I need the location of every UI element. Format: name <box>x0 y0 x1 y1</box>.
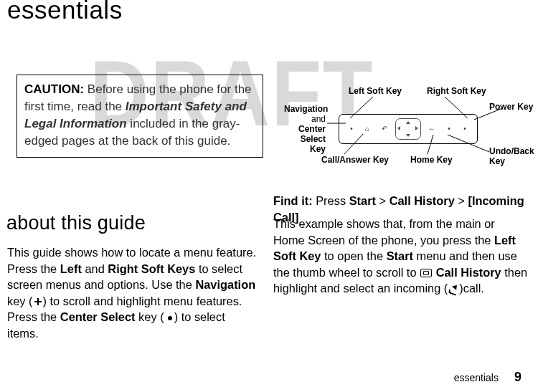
t: Center Select Key <box>298 124 326 154</box>
label-home-key: Home Key <box>410 155 453 165</box>
t: Center Select <box>60 310 136 323</box>
t: and <box>311 114 326 124</box>
t: This example shows that, from the main o… <box>273 217 495 247</box>
t: > <box>455 194 468 207</box>
label-call-answer-key: Call/Answer Key <box>321 155 389 165</box>
t: key ( <box>136 310 164 323</box>
call-history-icon <box>420 269 432 277</box>
svg-line-5 <box>428 135 433 154</box>
svg-line-1 <box>350 97 373 118</box>
svg-line-2 <box>445 97 468 118</box>
phone-key-diagram: • ⌂ ↶ ← • • Left Soft Key Right Soft Key <box>287 80 531 173</box>
incoming-call-icon <box>448 285 458 293</box>
explain-paragraph: This example shows that, from the main o… <box>273 216 528 297</box>
t: Left <box>60 262 82 275</box>
label-navigation: Navigation and Center Select Key <box>284 104 326 154</box>
svg-line-4 <box>344 134 363 154</box>
t: Navigation <box>284 104 328 114</box>
label-undo-back-key: Undo/Back Key <box>489 146 531 166</box>
t: Call History <box>436 266 501 279</box>
find-it-lead: Find it: <box>273 194 313 207</box>
footer-label: essentials <box>454 372 499 383</box>
about-heading: about this guide <box>6 212 146 234</box>
t: Call History <box>389 194 455 207</box>
t: key ( <box>7 295 33 307</box>
t: Start <box>387 249 413 262</box>
t: Right Soft Keys <box>108 262 195 275</box>
t: > <box>376 194 389 207</box>
t: to open the <box>321 249 386 262</box>
page-number: 9 <box>514 370 521 384</box>
t: Navigation <box>195 278 255 291</box>
label-right-soft-key: Right Soft Key <box>427 86 486 96</box>
center-select-key-icon <box>164 313 174 322</box>
label-power-key: Power Key <box>489 102 533 112</box>
page-title: essentials <box>7 0 123 24</box>
t: call. <box>463 282 484 295</box>
caution-lead: CAUTION: <box>24 82 84 96</box>
t: Press <box>313 194 349 207</box>
label-left-soft-key: Left Soft Key <box>349 86 402 96</box>
about-paragraph: This guide shows how to locate a menu fe… <box>7 244 258 341</box>
t: Start <box>349 194 376 207</box>
svg-line-6 <box>448 135 489 152</box>
t: and <box>82 262 108 275</box>
navigation-key-icon <box>33 297 43 306</box>
caution-box: CAUTION: Before using the phone for the … <box>16 75 263 158</box>
page-footer: essentials9 <box>454 370 521 385</box>
